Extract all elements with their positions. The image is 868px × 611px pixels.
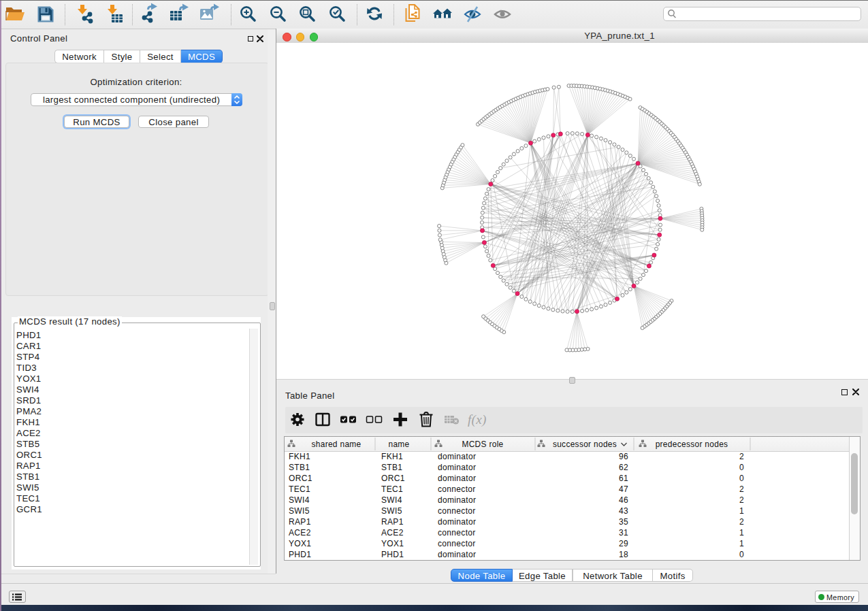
svg-text:connector: connector [438,484,476,494]
svg-text:predecessor nodes: predecessor nodes [656,440,728,449]
svg-text:ACE2: ACE2 [381,528,404,538]
svg-text:0: 0 [739,474,744,483]
svg-text:SWI5: SWI5 [289,506,310,516]
svg-text:1: 1 [739,539,744,548]
svg-text:62: 62 [619,463,628,472]
svg-text:1: 1 [739,528,744,538]
svg-text:0: 0 [739,550,744,559]
svg-text:connector: connector [438,506,476,516]
svg-text:SWI4: SWI4 [289,495,310,505]
svg-text:YOX1: YOX1 [381,539,404,548]
svg-text:dominator: dominator [438,474,476,483]
svg-text:RAP1: RAP1 [381,517,404,527]
svg-text:29: 29 [619,539,628,548]
svg-text:dominator: dominator [438,452,476,461]
svg-text:name: name [388,440,409,449]
svg-text:1: 1 [739,506,744,516]
svg-text:PHD1: PHD1 [381,550,404,559]
svg-text:connector: connector [438,528,476,538]
svg-text:f(x): f(x) [468,412,487,427]
svg-text:successor nodes: successor nodes [553,440,617,449]
svg-text:YOX1: YOX1 [289,539,311,548]
svg-text:RAP1: RAP1 [289,517,311,527]
svg-text:2: 2 [739,517,744,527]
svg-text:dominator: dominator [438,495,476,505]
svg-text:2: 2 [739,452,744,461]
svg-text:FKH1: FKH1 [381,452,403,461]
svg-text:connector: connector [438,539,476,548]
svg-text:46: 46 [619,495,628,505]
svg-text:dominator: dominator [438,463,476,472]
svg-text:31: 31 [619,528,628,538]
svg-text:96: 96 [619,452,628,461]
svg-text:SWI4: SWI4 [381,495,402,505]
svg-text:ACE2: ACE2 [289,528,311,538]
svg-text:0: 0 [739,463,744,472]
svg-text:dominator: dominator [438,550,476,559]
svg-text:TEC1: TEC1 [289,484,310,494]
svg-text:STB1: STB1 [289,463,310,472]
svg-text:PHD1: PHD1 [289,550,311,559]
svg-text:43: 43 [619,506,628,516]
svg-text:shared name: shared name [311,440,361,449]
svg-text:ORC1: ORC1 [289,474,312,483]
svg-text:61: 61 [619,474,628,483]
svg-text:2: 2 [739,484,744,494]
svg-text:MCDS role: MCDS role [462,440,503,449]
svg-text:TEC1: TEC1 [381,484,403,494]
svg-text:SWI5: SWI5 [381,506,402,516]
svg-text:18: 18 [619,550,628,559]
svg-text:47: 47 [619,484,628,494]
svg-text:dominator: dominator [438,517,476,527]
svg-text:ORC1: ORC1 [381,474,405,483]
svg-text:STB1: STB1 [381,463,402,472]
svg-text:FKH1: FKH1 [289,452,310,461]
svg-text:35: 35 [619,517,628,527]
svg-text:2: 2 [739,495,744,505]
